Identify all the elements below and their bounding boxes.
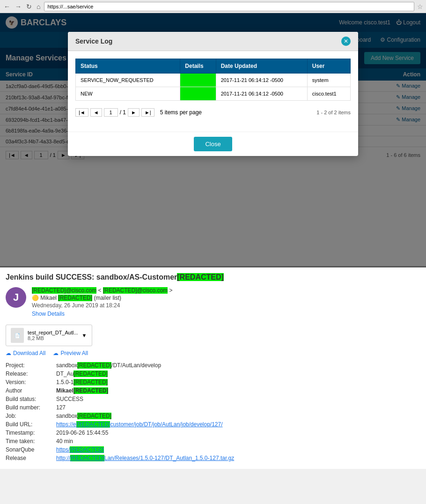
modal-last-page-button[interactable]: ►| [141,108,154,117]
col-status: Status [76,59,180,74]
build-number-field: Build number: 127 [6,404,420,411]
col-details: Details [180,59,216,74]
attachment-icon: 📄 [11,328,24,343]
home-button[interactable]: ⌂ [36,3,41,10]
bookmark-icon[interactable]: ☆ [417,3,423,10]
email-body: Project: sandbox[REDACTED]/DT/AutLan/dev… [6,362,420,461]
version-field: Version: 1.5.0-1[REDACTED] [6,379,420,385]
from-address-1: [REDACTED]@cisco.com [32,287,96,294]
modal-next-page-button[interactable]: ► [128,108,140,117]
status-cell: SERVICE_NOW_REQUESTED [76,74,180,87]
modal-pagination: |◄ ◄ / 1 ► ►| 5 items per page 1 - 2 of … [75,108,351,117]
from-address-2: [REDACTED]@cisco.com [103,287,168,294]
build-url-field: Build URL: https://e[REDACTED]customer/j… [6,421,420,428]
modal-close-button[interactable]: ✕ [341,37,351,46]
browser-chrome: ← → ↻ ⌂ ☆ [0,0,426,13]
email-from-row: J [REDACTED]@cisco.com < [REDACTED]@cisc… [6,287,420,317]
version-highlight: [REDACTED] [73,379,108,385]
modal-pagination-info: 1 - 2 of 2 items [316,110,351,115]
attachment-name: test_report_DT_Autl... [28,330,78,335]
download-all-action[interactable]: ☁ Download All [6,350,45,356]
email-metadata: [REDACTED]@cisco.com < [REDACTED]@cisco.… [32,287,172,317]
date-updated-cell: 2017-11-21 06:14:12 -0500 [216,74,307,87]
url-bar[interactable] [44,2,414,11]
service-log-modal: Service Log ✕ Status Details Date Update… [68,32,358,156]
modal-overlay: Service Log ✕ Status Details Date Update… [0,13,426,266]
user-cell: system [307,74,350,87]
log-row: SERVICE_NOW_REQUESTED 2017-11-21 06:14:1… [76,74,351,87]
attachment-size: 8,2 MB [28,335,78,341]
timestamp-field: Timestamp: 2019-06-26 15:44:55 [6,430,420,436]
details-cell [180,74,216,87]
time-taken-field: Time taken: 40 min [6,438,420,445]
attachment-actions: ☁ Download All ☁ Preview All [6,350,420,356]
modal-close-btn[interactable]: Close [194,137,232,151]
refresh-button[interactable]: ↻ [25,3,33,10]
user-cell: cisco.test1 [307,87,350,101]
date-updated-cell: 2017-11-21 06:14:12 -0500 [216,87,307,101]
modal-pagination-controls: |◄ ◄ / 1 ► ►| 5 items per page [75,108,202,117]
attachment-info: test_report_DT_Autl... 8,2 MB [28,330,78,341]
preview-all-action[interactable]: ☁ Preview All [53,350,88,356]
project-field: Project: sandbox[REDACTED]/DT/AutLan/dev… [6,362,420,369]
modal-body: Status Details Date Updated User SERVICE… [68,51,358,132]
service-log-table: Status Details Date Updated User SERVICE… [75,59,351,101]
mailer-list: (mailer list) [94,295,121,301]
details-cell [180,87,216,101]
build-status-field: Build status: SUCCESS [6,396,420,402]
modal-of-pages-label: / 1 [120,109,126,116]
modal-page-number-input[interactable] [104,108,118,117]
release-highlight: [REDACTED] [73,371,108,377]
attachment-box: 📄 test_report_DT_Autl... 8,2 MB ▼ [6,325,92,346]
project-highlight: [REDACTED] [77,362,111,369]
page-background: 🦅 BARCLAYS Welcome cisco.test1 ⏻ Logout … [0,13,426,266]
release-link[interactable]: http://[REDACTED]Lan/Releases/1.5.0-127/… [56,455,234,461]
sender-extra: [REDACTED] [58,295,92,301]
email-subject: Jenkins build SUCCESS: sandbox/AS-Custom… [6,273,420,282]
email-subject-text: Jenkins build SUCCESS: sandbox/AS-Custom… [6,273,177,281]
modal-footer: Close [68,132,358,156]
author-field: Author Mikael[REDACTED] [6,387,420,394]
modal-per-page-label: 5 items per page [160,109,202,116]
from-address-separator: < [98,287,102,294]
modal-header: Service Log ✕ [68,32,358,51]
sender-name: Mikael [40,295,58,301]
release-url-field: Release http://[REDACTED]Lan/Releases/1.… [6,455,420,461]
job-highlight: [REDACTED] [77,413,111,419]
modal-title: Service Log [75,37,112,45]
from-line: [REDACTED]@cisco.com < [REDACTED]@cisco.… [32,287,172,294]
email-subject-highlight: [REDACTED] [177,273,224,281]
modal-prev-page-button[interactable]: ◄ [90,108,102,117]
forward-button[interactable]: → [14,3,22,10]
build-url-link[interactable]: https://e[REDACTED]customer/job/DT/job/A… [56,421,223,428]
attachment-dropdown-icon[interactable]: ▼ [82,333,87,338]
email-date: Wednesday, 26 June 2019 at 18:24 [32,302,172,309]
modal-first-page-button[interactable]: |◄ [75,108,88,117]
status-cell: NEW [76,87,180,101]
show-details-link[interactable]: Show Details [32,311,172,317]
sonarqube-field: SonarQube https/[REDACTED] [6,446,420,453]
release-field: Release: DT_Au[REDACTED] [6,371,420,377]
author-highlight: [REDACTED] [73,387,109,394]
col-user: User [307,59,350,74]
email-section: Jenkins build SUCCESS: sandbox/AS-Custom… [0,266,426,469]
log-row: NEW 2017-11-21 06:14:12 -0500 cisco.test… [76,87,351,101]
col-date-updated: Date Updated [216,59,307,74]
back-button[interactable]: ← [3,3,11,10]
job-field: Job: sandbox[REDACTED] [6,413,420,419]
sender-name-line: 🟡 Mikael [REDACTED] (mailer list) [32,295,172,301]
sender-avatar: J [6,287,26,308]
sonarqube-link[interactable]: https/[REDACTED] [56,446,104,453]
